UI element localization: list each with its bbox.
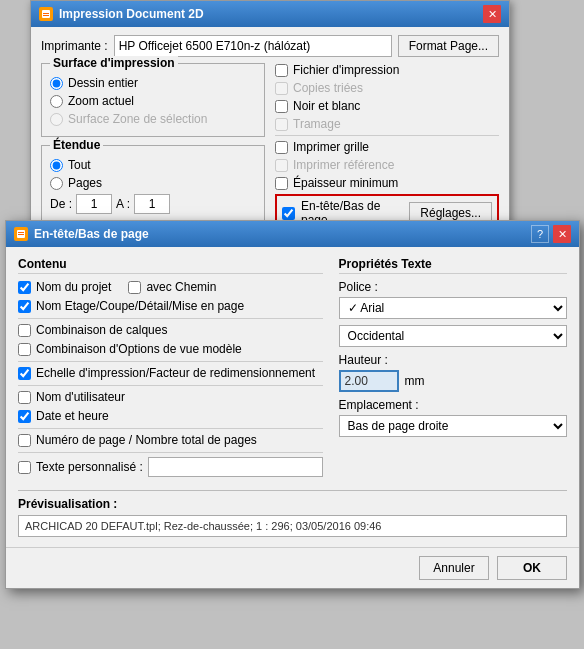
check-texte-label: Texte personnalisé : [36, 460, 143, 474]
check-combinaison-options[interactable] [18, 343, 31, 356]
radio-dessin-label: Dessin entier [68, 76, 138, 90]
range-de-input[interactable] [76, 194, 112, 214]
contenu-label: Contenu [18, 257, 323, 274]
check-copies[interactable] [275, 82, 288, 95]
check-noir-row: Noir et blanc [275, 99, 499, 113]
sec-title: En-tête/Bas de page [34, 227, 149, 241]
check-nom-utilisateur[interactable] [18, 391, 31, 404]
left-column: Surface d'impression Dessin entier Zoom … [41, 63, 265, 232]
check-avec-chemin[interactable] [128, 281, 141, 294]
radio-pages-row: Pages [50, 176, 256, 190]
height-row: mm [339, 370, 567, 392]
svg-rect-1 [43, 13, 49, 14]
ok-button[interactable]: OK [497, 556, 567, 580]
check-copies-label: Copies triées [293, 81, 363, 95]
check-epaisseur-label: Épaisseur minimum [293, 176, 398, 190]
sec-titlebar-right: ? ✕ [531, 225, 571, 243]
sec-title-icon [14, 227, 28, 241]
check-tramage[interactable] [275, 118, 288, 131]
radio-pages[interactable] [50, 177, 63, 190]
check-nom-utilisateur-label: Nom d'utilisateur [36, 390, 125, 404]
texte-input[interactable] [148, 457, 323, 477]
radio-zoom-row: Zoom actuel [50, 94, 256, 108]
main-title-icon [39, 7, 53, 21]
check-numero-label: Numéro de page / Nombre total de pages [36, 433, 257, 447]
etendue-group: Étendue Tout Pages De : A : [41, 145, 265, 221]
printer-row: Imprimante : Format Page... [41, 35, 499, 57]
hauteur-unit: mm [405, 374, 425, 388]
check-date[interactable] [18, 410, 31, 423]
check-noir[interactable] [275, 100, 288, 113]
range-row: De : A : [50, 194, 256, 214]
check-nom-etage-label: Nom Etage/Coupe/Détail/Mise en page [36, 299, 244, 313]
contenu-col: Contenu Nom du projet avec Chemin Nom Et… [18, 257, 323, 482]
police-select[interactable]: ✓ Arial Times New Roman Courier New [339, 297, 567, 319]
check-echelle-row: Echelle d'impression/Facteur de redimens… [18, 366, 323, 380]
properties-col: Propriétés Texte Police : ✓ Arial Times … [339, 257, 567, 482]
radio-surface-label: Surface Zone de sélection [68, 112, 207, 126]
check-epaisseur-row: Épaisseur minimum [275, 176, 499, 190]
check-nom-utilisateur-row: Nom d'utilisateur [18, 390, 323, 404]
hauteur-input[interactable] [339, 370, 399, 392]
check-grille-label: Imprimer grille [293, 140, 369, 154]
main-dialog: Impression Document 2D ✕ Imprimante : Fo… [30, 0, 510, 241]
check-copies-row: Copies triées [275, 81, 499, 95]
check-nom-etage[interactable] [18, 300, 31, 313]
police-label: Police : [339, 280, 567, 294]
check-numero[interactable] [18, 434, 31, 447]
right-column: Fichier d'impression Copies triées Noir … [275, 63, 499, 232]
radio-surface-row: Surface Zone de sélection [50, 112, 256, 126]
surface-group-label: Surface d'impression [50, 56, 178, 70]
radio-pages-label: Pages [68, 176, 102, 190]
cancel-button[interactable]: Annuler [419, 556, 489, 580]
titlebar-left: Impression Document 2D [39, 7, 204, 21]
check-fichier[interactable] [275, 64, 288, 77]
check-combinaison-options-row: Combinaison d'Options de vue modèle [18, 342, 323, 356]
occidental-select[interactable]: Occidental Unicode [339, 325, 567, 347]
printer-input[interactable] [114, 35, 392, 57]
check-entete[interactable] [282, 207, 295, 220]
check-echelle-label: Echelle d'impression/Facteur de redimens… [36, 366, 315, 380]
svg-rect-2 [43, 15, 49, 16]
check-nom-etage-row: Nom Etage/Coupe/Détail/Mise en page [18, 299, 323, 313]
check-reference-label: Imprimer référence [293, 158, 394, 172]
main-titlebar: Impression Document 2D ✕ [31, 1, 509, 27]
main-body: Imprimante : Format Page... Surface d'im… [31, 27, 509, 240]
range-a-label: A : [116, 197, 130, 211]
check-combinaison-options-label: Combinaison d'Options de vue modèle [36, 342, 242, 356]
radio-surface-zone[interactable] [50, 113, 63, 126]
check-epaisseur[interactable] [275, 177, 288, 190]
radio-tout-row: Tout [50, 158, 256, 172]
check-texte[interactable] [18, 461, 31, 474]
preview-box: ARCHICAD 20 DEFAUT.tpl; Rez-de-chaussée;… [18, 515, 567, 537]
check-combinaison-calques[interactable] [18, 324, 31, 337]
emplacement-label: Emplacement : [339, 398, 567, 412]
sec-close-button[interactable]: ✕ [553, 225, 571, 243]
check-echelle[interactable] [18, 367, 31, 380]
radio-tout[interactable] [50, 159, 63, 172]
check-tramage-label: Tramage [293, 117, 341, 131]
printer-label: Imprimante : [41, 39, 108, 53]
check-nom-projet-label: Nom du projet [36, 280, 111, 294]
surface-group: Surface d'impression Dessin entier Zoom … [41, 63, 265, 137]
radio-zoom-actuel[interactable] [50, 95, 63, 108]
secondary-dialog: En-tête/Bas de page ? ✕ Contenu Nom du p… [5, 220, 580, 589]
svg-rect-5 [18, 234, 24, 235]
check-date-label: Date et heure [36, 409, 109, 423]
check-fichier-row: Fichier d'impression [275, 63, 499, 77]
check-nom-projet[interactable] [18, 281, 31, 294]
emplacement-select[interactable]: Bas de page droite Bas de page gauche En… [339, 415, 567, 437]
options-area: Surface d'impression Dessin entier Zoom … [41, 63, 499, 232]
check-grille-row: Imprimer grille [275, 140, 499, 154]
check-fichier-label: Fichier d'impression [293, 63, 399, 77]
range-de-label: De : [50, 197, 72, 211]
check-reference[interactable] [275, 159, 288, 172]
main-close-button[interactable]: ✕ [483, 5, 501, 23]
check-grille[interactable] [275, 141, 288, 154]
radio-dessin-entier[interactable] [50, 77, 63, 90]
radio-tout-label: Tout [68, 158, 91, 172]
format-page-button[interactable]: Format Page... [398, 35, 499, 57]
range-a-input[interactable] [134, 194, 170, 214]
sec-titlebar-left: En-tête/Bas de page [14, 227, 149, 241]
sec-help-button[interactable]: ? [531, 225, 549, 243]
